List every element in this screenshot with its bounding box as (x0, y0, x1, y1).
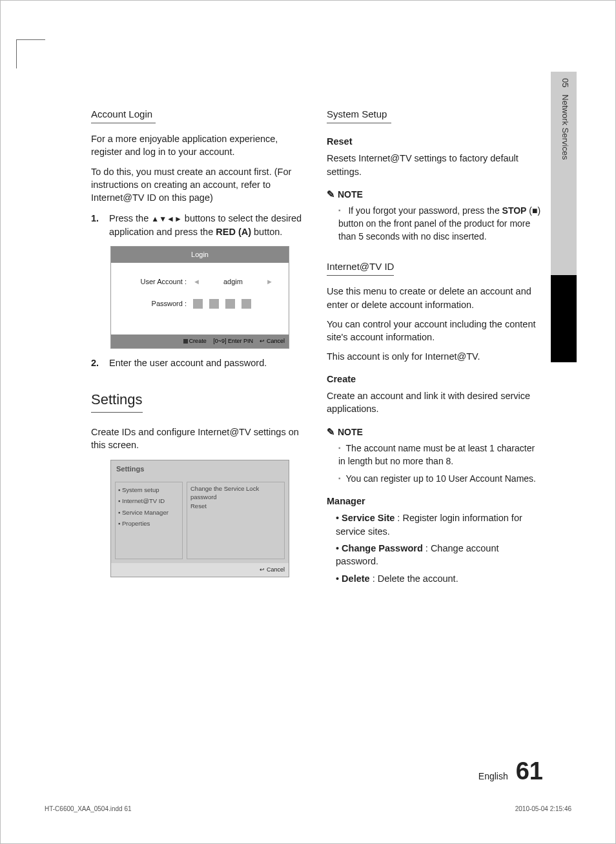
meta-filename: HT-C6600_XAA_0504.indd 61 (45, 805, 132, 812)
note1-bold: STOP (502, 205, 527, 216)
footer-create-label: Create (189, 338, 207, 344)
user-account-label: User Account : (119, 277, 193, 287)
note-heading-2: NOTE (327, 425, 543, 439)
nav-item-label: System setup (122, 486, 159, 493)
manager-bold: Delete (342, 573, 370, 584)
settings-dialog-footer: ↩ Cancel (111, 563, 289, 577)
heading-settings: Settings (91, 390, 143, 413)
manager-item: Service Site : Register login informatio… (336, 511, 543, 538)
chapter-tab-text: 05 Network Services (560, 78, 570, 160)
pin-cell[interactable] (225, 299, 235, 309)
para-account-1: For a more enjoyable application experie… (91, 132, 307, 159)
step-2-text: Enter the user account and password. (109, 356, 267, 369)
note-item: You can register up to 10 User Account N… (338, 473, 543, 486)
step-1-text: Press the ▲▼◄► buttons to select the des… (109, 212, 307, 238)
page: 05 Network Services Account Login For a … (0, 0, 616, 844)
footer-lang: English (478, 771, 508, 781)
settings-cancel-label: Cancel (267, 566, 285, 573)
nav-item-label: Properties (122, 520, 150, 527)
settings-main-line2[interactable]: Reset (190, 502, 281, 510)
manager-item: Change Password : Change account passwor… (336, 542, 543, 568)
nav-item-label: Service Manager (122, 509, 169, 516)
pin-cell[interactable] (241, 299, 251, 309)
note-item: If you forgot your password, press the S… (338, 205, 543, 243)
user-account-row: User Account : ◄ adgim ► (119, 277, 281, 287)
login-dialog: Login User Account : ◄ adgim ► Password … (110, 246, 289, 349)
para-reset: Resets Internet@TV settings to factory d… (327, 152, 543, 178)
heading-internet-tv-id: Internet@TV ID (327, 260, 394, 276)
crop-mark (16, 39, 45, 68)
step-2: 2. Enter the user account and password. (91, 356, 307, 369)
settings-nav: ▪ System setup ▪ Internet@TV ID ▪ Servic… (115, 482, 183, 559)
steps-list-2: 2. Enter the user account and password. (91, 356, 307, 369)
user-account-text: adgim (204, 277, 262, 287)
user-account-value: ◄ adgim ► (193, 277, 273, 287)
settings-dialog-title: Settings (111, 460, 289, 478)
note-list-2: The account name must be at least 1 char… (327, 442, 543, 486)
subhead-reset: Reset (327, 135, 543, 148)
nav-item-label: Internet@TV ID (122, 497, 165, 504)
nav-internet-tv-id[interactable]: ▪ Internet@TV ID (118, 495, 180, 506)
manager-bold: Change Password (342, 543, 423, 553)
pin-cell[interactable] (193, 299, 203, 309)
right-column: System Setup Reset Resets Internet@TV se… (327, 107, 543, 589)
settings-main-panel: Change the Service Lock password Reset (187, 482, 285, 559)
steps-list: 1. Press the ▲▼◄► buttons to select the … (91, 212, 307, 238)
meta-timestamp: 2010-05-04 2:15:46 (515, 805, 571, 812)
chevron-left-icon[interactable]: ◄ (193, 277, 200, 287)
footer-cancel[interactable]: ↩ Cancel (260, 338, 285, 344)
chapter-number: 05 (560, 78, 570, 87)
subhead-manager: Manager (327, 495, 543, 508)
note1-post: button on the front panel of the product… (338, 218, 530, 242)
note-item: The account name must be at least 1 char… (338, 442, 543, 468)
para-create: Create an account and link it with desir… (327, 389, 543, 416)
login-dialog-body: User Account : ◄ adgim ► Password : (111, 263, 289, 335)
stop-icon: ■ (532, 205, 537, 216)
manager-item: Delete : Delete the account. (336, 572, 543, 585)
footer-enter-pin: [0~9] Enter PIN (213, 338, 253, 344)
para-itv-2: You can control your account including t… (327, 318, 543, 344)
left-column: Account Login For a more enjoyable appli… (91, 107, 307, 589)
step-1: 1. Press the ▲▼◄► buttons to select the … (91, 212, 307, 238)
footer-cancel-label: Cancel (267, 338, 285, 344)
manager-bold: Service Site (342, 513, 395, 523)
settings-dialog-body: ▪ System setup ▪ Internet@TV ID ▪ Servic… (111, 478, 289, 563)
manager-list: Service Site : Register login informatio… (327, 511, 543, 584)
red-a-label: RED (A) (216, 227, 251, 237)
heading-system-setup: System Setup (327, 107, 391, 123)
password-cells[interactable] (193, 299, 254, 309)
note-list-1: If you forgot your password, press the S… (327, 205, 543, 243)
chevron-right-icon[interactable]: ► (266, 277, 273, 287)
red-button-icon (183, 339, 188, 344)
nav-properties[interactable]: ▪ Properties (118, 518, 180, 529)
pin-cell[interactable] (209, 299, 219, 309)
footer-create[interactable]: Create (183, 338, 207, 344)
settings-dialog: Settings ▪ System setup ▪ Internet@TV ID… (110, 460, 289, 577)
content-columns: Account Login For a more enjoyable appli… (91, 107, 543, 589)
note-heading: NOTE (327, 187, 543, 201)
para-itv-1: Use this menu to create or delete an acc… (327, 285, 543, 311)
step-number: 2. (91, 356, 103, 369)
manager-text: : Delete the account. (370, 573, 458, 584)
heading-account-login: Account Login (91, 107, 156, 123)
nav-system-setup[interactable]: ▪ System setup (118, 484, 180, 495)
login-dialog-footer: Create [0~9] Enter PIN ↩ Cancel (111, 335, 289, 348)
subhead-create: Create (327, 373, 543, 386)
page-number: 61 (516, 757, 543, 785)
step-number: 1. (91, 212, 103, 238)
page-footer: English 61 (478, 757, 543, 785)
settings-main-line1: Change the Service Lock password (190, 484, 281, 502)
para-account-2: To do this, you must create an account f… (91, 165, 307, 205)
chapter-label: Network Services (560, 94, 570, 160)
nav-service-manager[interactable]: ▪ Service Manager (118, 507, 180, 518)
login-dialog-title: Login (111, 247, 289, 263)
note1-pre: If you forgot your password, press the (348, 205, 502, 216)
step-1-post: button. (251, 227, 282, 237)
para-settings: Create IDs and configure Internet@TV set… (91, 426, 307, 452)
para-itv-3: This account is only for Internet@TV. (327, 350, 543, 363)
step-1-pre: Press the (109, 213, 151, 223)
password-row: Password : (119, 299, 281, 309)
settings-footer-cancel[interactable]: ↩ Cancel (260, 566, 285, 573)
arrow-icons: ▲▼◄► (151, 214, 182, 223)
password-label: Password : (119, 299, 193, 309)
